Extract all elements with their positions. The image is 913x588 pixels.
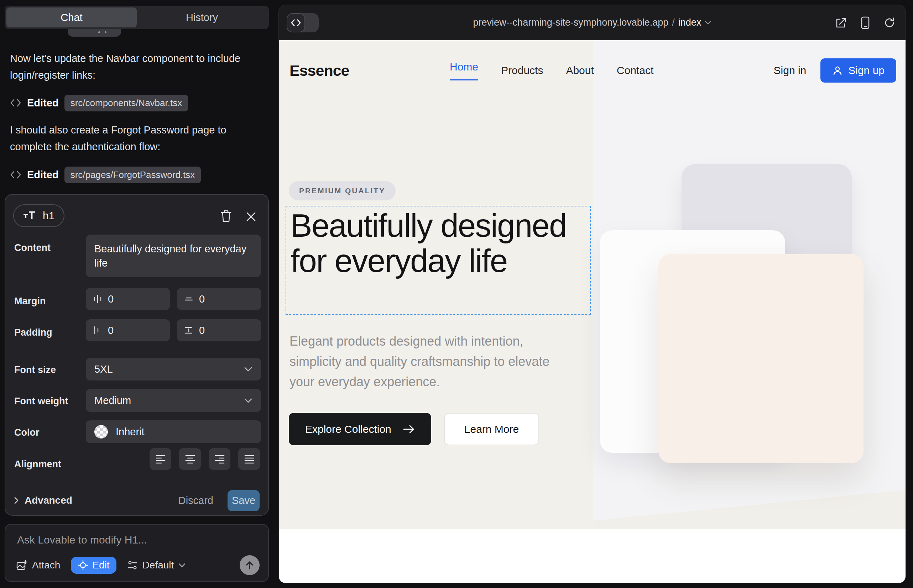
- delete-element-button[interactable]: [218, 208, 234, 224]
- type-icon: [23, 210, 37, 221]
- color-select[interactable]: Inherit: [86, 420, 261, 443]
- code-preview-toggle[interactable]: [287, 13, 319, 32]
- margin-y-input[interactable]: 0: [177, 288, 261, 310]
- color-label: Color: [14, 427, 39, 438]
- nav-link-products[interactable]: Products: [501, 65, 543, 76]
- margin-x-icon: [93, 294, 102, 304]
- edited-label: Edited: [27, 169, 59, 181]
- sign-in-link[interactable]: Sign in: [774, 65, 806, 76]
- margin-label: Margin: [14, 296, 46, 307]
- explore-collection-button[interactable]: Explore Collection: [289, 413, 431, 445]
- padding-y-icon: [184, 326, 193, 335]
- align-justify-button[interactable]: [238, 448, 260, 470]
- tab-history[interactable]: History: [137, 8, 267, 27]
- preview-pane: preview--charming-site-symphony.lovable.…: [278, 5, 906, 583]
- site-navbar: Essence Home Products About Contact Sign…: [279, 40, 905, 101]
- attach-button[interactable]: Attach: [16, 559, 60, 571]
- element-tag-label: h1: [43, 210, 55, 222]
- margin-x-input[interactable]: 0: [86, 288, 170, 310]
- sliders-icon: [127, 560, 138, 570]
- selected-element-badge: h1: [13, 204, 65, 227]
- nav-link-about[interactable]: About: [566, 65, 594, 76]
- chevron-down-icon: [705, 21, 711, 25]
- padding-label: Padding: [14, 327, 52, 338]
- font-weight-select[interactable]: Medium: [86, 389, 261, 412]
- content-textarea[interactable]: Beautifully designed for everyday life: [86, 234, 261, 277]
- chevron-down-icon: [244, 367, 253, 372]
- hero-section: Essence Home Products About Contact Sign…: [279, 40, 905, 529]
- arrow-right-icon: [403, 424, 415, 434]
- align-right-button[interactable]: [209, 448, 230, 470]
- chevron-down-icon: [178, 563, 186, 568]
- hero-heading[interactable]: Beautifully designed for everyday life: [291, 208, 586, 278]
- url-page: index: [678, 17, 701, 28]
- send-button[interactable]: [240, 555, 260, 575]
- padding-x-icon: [93, 326, 102, 335]
- clipped-file-chip: [68, 29, 121, 37]
- url-bar[interactable]: preview--charming-site-symphony.lovable.…: [473, 17, 711, 28]
- font-size-select[interactable]: 5XL: [86, 358, 261, 381]
- target-icon: [78, 560, 88, 570]
- site-viewport: Essence Home Products About Contact Sign…: [279, 40, 905, 583]
- chat-history-tabbar: Chat History: [5, 6, 269, 29]
- save-button[interactable]: Save: [228, 490, 260, 511]
- chat-message: I should also create a Forgot Password p…: [10, 122, 264, 155]
- decor-card-cream: [659, 254, 863, 463]
- margin-y-icon: [184, 294, 193, 304]
- site-logo[interactable]: Essence: [290, 40, 349, 101]
- user-icon: [832, 65, 843, 76]
- advanced-toggle[interactable]: Advanced: [14, 495, 72, 506]
- close-icon[interactable]: [243, 209, 259, 225]
- align-center-button[interactable]: [179, 448, 201, 470]
- font-weight-label: Font weight: [14, 396, 68, 407]
- url-domain: preview--charming-site-symphony.lovable.…: [473, 17, 669, 28]
- edit-mode-button[interactable]: Edit: [71, 557, 116, 574]
- hero-paragraph: Elegant products designed with intention…: [290, 331, 575, 392]
- nav-link-contact[interactable]: Contact: [617, 65, 653, 76]
- chevron-down-icon: [244, 398, 253, 403]
- align-left-button[interactable]: [149, 448, 171, 470]
- discard-button[interactable]: Discard: [178, 495, 213, 507]
- padding-x-input[interactable]: 0: [86, 319, 170, 341]
- tab-chat[interactable]: Chat: [6, 8, 137, 27]
- file-chip[interactable]: src/components/Navbar.tsx: [65, 95, 188, 111]
- prompt-input[interactable]: Ask Lovable to modify H1...: [17, 534, 147, 546]
- refresh-icon[interactable]: [884, 17, 895, 29]
- chevron-right-icon: [14, 496, 19, 504]
- preview-toolbar: preview--charming-site-symphony.lovable.…: [279, 5, 905, 40]
- active-underline: [450, 79, 478, 81]
- color-swatch: [94, 425, 108, 438]
- edited-file-row: Edited src/pages/ForgotPassword.tsx: [10, 166, 201, 183]
- edited-file-row: Edited src/components/Navbar.tsx: [10, 94, 188, 111]
- prompt-box: Ask Lovable to modify H1... Attach: [5, 524, 269, 582]
- font-size-label: Font size: [14, 365, 56, 375]
- element-editor-panel: h1 Content Beautifully designed for ever…: [5, 194, 269, 516]
- padding-y-input[interactable]: 0: [177, 319, 261, 341]
- edited-label: Edited: [27, 97, 59, 109]
- alignment-label: Alignment: [14, 459, 61, 470]
- code-icon: [10, 98, 21, 108]
- h1-selection-outline[interactable]: Beautifully designed for everyday life: [286, 206, 591, 315]
- attach-image-icon: [16, 559, 28, 571]
- content-label: Content: [14, 242, 50, 254]
- chat-message: Now let's update the Navbar component to…: [10, 50, 264, 84]
- nav-link-home[interactable]: Home: [450, 61, 478, 81]
- code-icon: [10, 170, 21, 179]
- url-separator: /: [672, 17, 675, 28]
- lovable-editor-window: Chat History Now let's update the Navbar…: [0, 0, 913, 588]
- premium-quality-badge: PREMIUM QUALITY: [289, 181, 396, 200]
- open-external-icon[interactable]: [835, 17, 847, 29]
- file-chip[interactable]: src/pages/ForgotPassword.tsx: [65, 166, 201, 183]
- mobile-view-icon[interactable]: [861, 16, 870, 29]
- default-mode-button[interactable]: Default: [127, 559, 186, 571]
- sign-up-button[interactable]: Sign up: [821, 58, 896, 82]
- learn-more-button[interactable]: Learn More: [444, 413, 539, 445]
- code-icon: [287, 13, 305, 32]
